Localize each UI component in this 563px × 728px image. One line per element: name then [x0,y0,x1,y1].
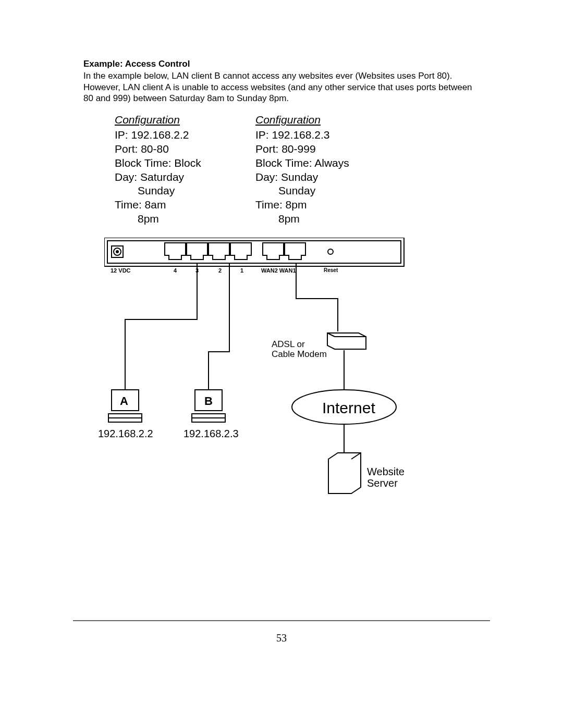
heading-example-access-control: Example: Access Control [83,58,480,69]
config-day2-a: Sunday [115,184,255,198]
label-modem: ADSL or Cable Modem [272,339,327,359]
label-host-a: A [120,395,128,408]
label-host-b: B [204,395,213,408]
footer-divider [73,620,490,621]
config-client-b: Configuration IP: 192.168.2.3 Port: 80-9… [255,113,396,226]
config-day1-b: Day: Sunday [255,170,396,184]
label-port-1: 1 [240,267,243,274]
config-ip-b: IP: 192.168.2.3 [255,128,396,142]
svg-rect-1 [107,241,401,263]
config-day1-a: Day: Saturday [115,170,255,184]
label-reset: Reset [324,267,338,273]
label-port-3: 3 [195,267,199,274]
config-ip-a: IP: 192.168.2.2 [115,128,255,142]
svg-rect-14 [108,414,142,418]
label-port-2: 2 [218,267,222,274]
svg-rect-17 [192,414,225,418]
svg-rect-18 [192,418,225,422]
config-blocktime-b: Block Time: Always [255,156,396,170]
config-port-a: Port: 80-80 [115,142,255,156]
svg-rect-0 [104,238,404,266]
configuration-columns: Configuration IP: 192.168.2.2 Port: 80-8… [115,113,480,226]
label-server: Website Server [367,466,405,489]
config-day2-b: Sunday [255,184,396,198]
label-server-l1: Website [367,466,405,477]
page-number: 53 [0,632,563,645]
label-12vdc: 12 VDC [111,267,131,274]
config-time2-b: 8pm [255,212,396,226]
label-port-4: 4 [174,267,177,274]
label-modem-l1: ADSL or [272,339,305,349]
svg-point-6 [328,249,333,254]
svg-point-5 [116,251,118,253]
config-port-b: Port: 80-999 [255,142,396,156]
config-blocktime-a: Block Time: Block [115,156,255,170]
svg-rect-15 [108,418,142,422]
config-time1-a: Time: 8am [115,198,255,212]
config-title-a: Configuration [115,113,255,127]
label-modem-l2: Cable Modem [272,349,327,359]
network-diagram: 12 VDC 4 3 2 1 WAN2 WAN1 Reset ADSL or C… [104,238,422,514]
label-ip-b: 192.168.2.3 [183,428,239,439]
label-wan: WAN2 WAN1 [261,267,296,274]
config-title-b: Configuration [255,113,396,127]
label-ip-a: 192.168.2.2 [98,428,153,439]
label-internet: Internet [322,399,375,417]
label-server-l2: Server [367,477,398,489]
body-text: In the example below, LAN client B canno… [83,70,480,104]
config-time2-a: 8pm [115,212,255,226]
config-time1-b: Time: 8pm [255,198,396,212]
config-client-a: Configuration IP: 192.168.2.2 Port: 80-8… [115,113,255,226]
